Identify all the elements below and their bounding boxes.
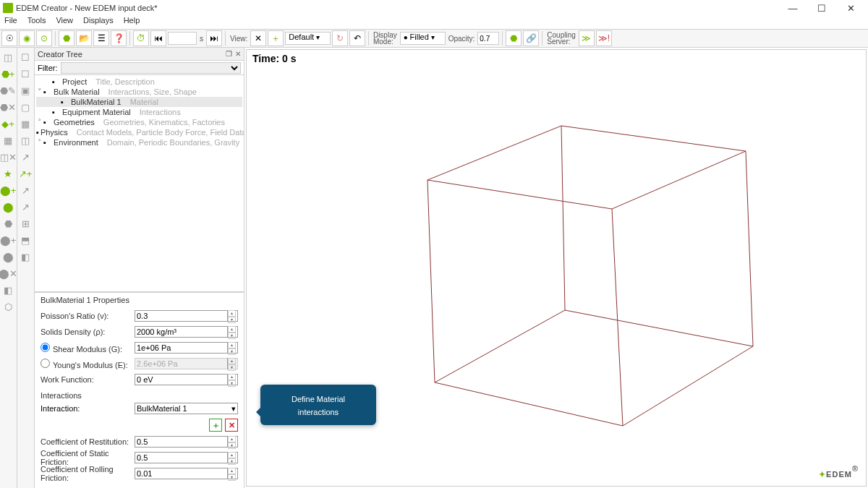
view-default-select[interactable]: Default ▾ — [285, 32, 331, 45]
strip-icon[interactable]: ↗ — [17, 182, 33, 198]
static-friction-input[interactable]: 0.5▴▾ — [135, 452, 238, 463]
step-fwd-icon[interactable]: ⏭ — [206, 30, 222, 46]
static-friction-label: Coefficient of Static Friction: — [41, 449, 135, 466]
poisson-label: Poisson's Ratio (v): — [41, 312, 135, 320]
strip-icon[interactable]: ⬤ — [0, 199, 16, 215]
interaction-select[interactable]: BulkMaterial 1▾ — [135, 403, 238, 414]
tag-icon[interactable]: ⬣ — [506, 30, 522, 46]
refresh-icon[interactable]: ↻ — [332, 30, 348, 46]
panel-title: Creator Tree — [38, 50, 223, 59]
add-interaction-button[interactable]: ＋ — [209, 419, 222, 432]
poisson-input[interactable]: 0.3▴▾ — [135, 310, 238, 322]
young-radio[interactable]: Young's Modulus (E): — [41, 359, 135, 369]
menu-displays[interactable]: Displays — [83, 16, 114, 29]
coupling-start-icon[interactable]: ≫ — [579, 30, 595, 46]
clock-icon[interactable]: ⏱ — [133, 30, 149, 46]
strip-icon[interactable]: ⬣✎ — [0, 82, 16, 98]
strip-icon[interactable]: ▦ — [17, 116, 33, 132]
separator — [129, 31, 130, 46]
strip-icon[interactable]: ⬤+ — [0, 182, 16, 198]
opacity-label: Opacity: — [448, 35, 475, 43]
filter-select[interactable] — [61, 62, 242, 74]
opacity-input[interactable] — [477, 32, 499, 45]
strip-icon[interactable]: ↗ — [17, 199, 33, 215]
strip-icon[interactable]: ◆+ — [0, 116, 16, 132]
strip-icon[interactable]: ⬤+ — [0, 232, 16, 248]
interaction-label: Interaction: — [41, 404, 135, 413]
density-input[interactable]: 2000 kg/m³▴▾ — [135, 326, 238, 338]
svg-line-5 — [561, 126, 565, 310]
strip-icon[interactable]: ☐ — [17, 49, 33, 65]
tree-row[interactable]: ˃▪EnvironmentDomain, Periodic Boundaries… — [36, 137, 242, 147]
strip-icon[interactable]: ▢ — [17, 99, 33, 115]
strip-icon[interactable]: ⬒ — [17, 232, 33, 248]
strip-icon[interactable]: ⬤✕ — [0, 265, 16, 281]
undo-icon[interactable]: ↶ — [349, 30, 365, 46]
display-mode-select[interactable]: ● Filled ▾ — [400, 32, 446, 45]
app-icon — [3, 3, 13, 13]
tool-target-icon[interactable]: ⊙ — [36, 30, 52, 46]
strip-icon[interactable]: ⬡ — [0, 299, 16, 314]
tree-row[interactable]: ▪Equipment MaterialInteractions — [36, 107, 242, 117]
strip-icon[interactable]: ◫✕ — [0, 149, 16, 165]
view-close-icon[interactable]: ✕ — [250, 30, 266, 46]
strip-icon[interactable]: ◧ — [0, 282, 16, 298]
strip-icon[interactable]: ⬤ — [0, 249, 16, 265]
filter-label: Filter: — [38, 64, 58, 72]
shear-radio[interactable]: Shear Modulus (G): — [41, 343, 135, 354]
tool-select-icon[interactable]: ☉ — [1, 30, 17, 46]
svg-line-2 — [427, 180, 435, 382]
menu-help[interactable]: Help — [124, 16, 140, 29]
strip-icon[interactable]: ⬣ — [0, 215, 16, 231]
main-toolbar: ☉ ◉ ⊙ ⬣ 📂 ☰ ❓ ⏱ ⏮ s ⏭ View: ✕ ＋ Default … — [0, 29, 868, 48]
filter-row: Filter: — [35, 61, 244, 75]
separator — [225, 31, 226, 46]
strip-icon[interactable]: ↗ — [17, 149, 33, 165]
menu-file[interactable]: File — [4, 16, 17, 29]
panel-float-icon[interactable]: ❐ — [226, 50, 232, 58]
tool-doc-icon[interactable]: ☰ — [93, 30, 109, 46]
time-input[interactable] — [168, 32, 197, 45]
menu-tools[interactable]: Tools — [27, 16, 46, 29]
strip-icon[interactable]: ◫ — [0, 49, 16, 65]
left-toolstrip-2: ☐ ☐ ▣ ▢ ▦ ◫ ↗ ↗+ ↗ ↗ ⊞ ⬒ ◧ — [17, 48, 35, 488]
tool-particle-icon[interactable]: ⬣ — [59, 30, 75, 46]
strip-icon[interactable]: ⬣✕ — [0, 99, 16, 115]
maximize-button[interactable]: ☐ — [807, 3, 836, 14]
menu-view[interactable]: View — [56, 16, 73, 29]
work-input[interactable]: 0 eV▴▾ — [135, 374, 238, 385]
strip-icon[interactable]: ◧ — [17, 249, 33, 265]
strip-icon[interactable]: ⬣+ — [0, 66, 16, 82]
tree-row[interactable]: ▪ProjectTitle, Description — [36, 77, 242, 87]
coupling-warn-icon[interactable]: ≫! — [596, 30, 612, 46]
window-title: EDEM Creator - New EDEM input deck* — [16, 4, 778, 12]
link-icon[interactable]: 🔗 — [523, 30, 539, 46]
strip-icon[interactable]: ⊞ — [17, 215, 33, 231]
shear-input[interactable]: 1e+06 Pa▴▾ — [135, 342, 238, 354]
svg-marker-1 — [427, 126, 746, 209]
strip-icon[interactable]: ↗+ — [17, 166, 33, 181]
tree-row[interactable]: ˅▪Bulk MaterialInteractions, Size, Shape — [36, 87, 242, 97]
tree-row[interactable]: ˃▪GeometriesGeometries, Kinematics, Fact… — [36, 117, 242, 127]
tool-open-icon[interactable]: 📂 — [76, 30, 92, 46]
strip-icon[interactable]: ☐ — [17, 66, 33, 82]
tree-row[interactable]: ▪BulkMaterial 1Material — [36, 97, 242, 107]
strip-icon[interactable]: ▣ — [17, 82, 33, 98]
view-add-icon[interactable]: ＋ — [268, 30, 284, 46]
panel-header: Creator Tree ❐ ✕ — [35, 48, 244, 61]
restitution-input[interactable]: 0.5▴▾ — [135, 436, 238, 448]
tree-row[interactable]: ▪PhysicsContact Models, Particle Body Fo… — [36, 127, 242, 137]
tool-globe-icon[interactable]: ◉ — [19, 30, 35, 46]
separator — [542, 31, 542, 46]
tree[interactable]: ▪ProjectTitle, Description˅▪Bulk Materia… — [35, 75, 244, 292]
close-button[interactable]: ✕ — [836, 3, 865, 14]
panel-close-icon[interactable]: ✕ — [235, 50, 241, 58]
remove-interaction-button[interactable]: ✕ — [225, 419, 238, 432]
rolling-friction-input[interactable]: 0.01▴▾ — [135, 468, 238, 479]
minimize-button[interactable]: — — [778, 3, 807, 14]
strip-icon[interactable]: ★ — [0, 166, 16, 181]
step-back-icon[interactable]: ⏮ — [150, 30, 166, 46]
strip-icon[interactable]: ▦ — [0, 132, 16, 148]
help-icon[interactable]: ❓ — [111, 30, 127, 46]
strip-icon[interactable]: ◫ — [17, 132, 33, 148]
